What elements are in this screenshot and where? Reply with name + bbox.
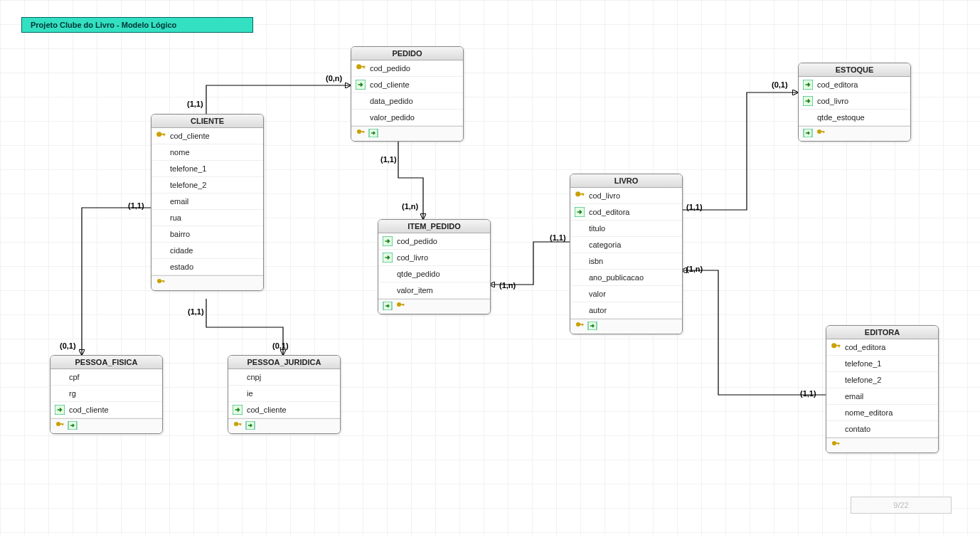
attribute-label: telefone_2 xyxy=(170,181,206,189)
foreign-key-icon xyxy=(383,253,393,263)
foreign-key-icon xyxy=(68,421,78,431)
foreign-key-icon xyxy=(587,322,597,332)
attribute-row[interactable]: ie xyxy=(228,386,340,402)
attribute-row[interactable]: rg xyxy=(50,386,162,402)
entity-pessoa_fisica[interactable]: PESSOA_FISICAcpfrgcod_cliente xyxy=(50,355,163,434)
attribute-label: categoria xyxy=(589,240,621,249)
attribute-row[interactable]: cod_livro xyxy=(378,250,490,266)
attribute-row[interactable]: cod_editora xyxy=(799,77,910,93)
attribute-label: email xyxy=(170,197,188,206)
attribute-row[interactable]: autor xyxy=(570,302,682,319)
attribute-row[interactable]: telefone_2 xyxy=(151,177,263,194)
entity-cliente[interactable]: CLIENTEcod_clientenometelefone_1telefone… xyxy=(151,114,264,291)
attribute-row[interactable]: estado xyxy=(151,259,263,275)
attribute-row[interactable]: qtde_estoque xyxy=(799,110,910,126)
foreign-key-icon xyxy=(383,236,393,246)
attribute-label: telefone_1 xyxy=(170,164,206,173)
attribute-row[interactable]: cod_cliente xyxy=(228,402,340,418)
attribute-row[interactable]: cod_cliente xyxy=(50,402,162,418)
attribute-label: cod_livro xyxy=(397,253,428,262)
attribute-row[interactable]: cpf xyxy=(50,369,162,386)
attribute-label: email xyxy=(845,392,863,401)
primary-key-icon xyxy=(831,440,841,450)
attr-icon xyxy=(831,424,841,434)
entity-pessoa_juridica[interactable]: PESSOA_JURIDICAcnpjiecod_cliente xyxy=(228,355,341,434)
attribute-label: telefone_2 xyxy=(845,376,881,384)
entity-header[interactable]: PEDIDO xyxy=(351,47,463,60)
attribute-row[interactable]: cod_livro xyxy=(570,188,682,204)
attribute-row[interactable]: cod_editora xyxy=(826,339,938,356)
attribute-row[interactable]: valor_pedido xyxy=(351,110,463,126)
attribute-row[interactable]: cod_pedido xyxy=(351,60,463,77)
attr-icon xyxy=(803,112,813,122)
attribute-row[interactable]: cod_cliente xyxy=(351,77,463,93)
attribute-label: contato xyxy=(845,425,870,433)
page-counter: 9/22 xyxy=(851,497,952,514)
attribute-row[interactable]: valor_item xyxy=(378,282,490,299)
entity-header[interactable]: PESSOA_FISICA xyxy=(50,356,162,369)
attribute-row[interactable]: ano_publicacao xyxy=(570,270,682,286)
cardinality-label: (1,n) xyxy=(685,265,704,273)
attribute-row[interactable]: cod_editora xyxy=(570,204,682,221)
entity-header[interactable]: CLIENTE xyxy=(151,115,263,128)
attr-icon xyxy=(156,196,166,206)
attribute-row[interactable]: qtde_pedido xyxy=(378,266,490,282)
foreign-key-icon xyxy=(803,80,813,90)
attribute-row[interactable]: titulo xyxy=(570,221,682,237)
attribute-row[interactable]: nome xyxy=(151,144,263,161)
entity-footer xyxy=(50,418,162,433)
entity-header[interactable]: ESTOQUE xyxy=(799,63,910,77)
attribute-row[interactable]: contato xyxy=(826,421,938,438)
attribute-label: cod_editora xyxy=(817,80,858,89)
attribute-label: ano_publicacao xyxy=(589,273,644,282)
attribute-row[interactable]: telefone_2 xyxy=(826,372,938,388)
entity-estoque[interactable]: ESTOQUEcod_editoracod_livroqtde_estoque xyxy=(798,63,911,142)
attribute-row[interactable]: telefone_1 xyxy=(826,356,938,372)
attribute-label: titulo xyxy=(589,224,605,233)
attr-icon xyxy=(575,289,585,299)
entity-header[interactable]: ITEM_PEDIDO xyxy=(378,220,490,233)
entity-livro[interactable]: LIVROcod_livrocod_editoratitulocategoria… xyxy=(570,174,683,334)
attribute-row[interactable]: nome_editora xyxy=(826,405,938,421)
entity-header[interactable]: EDITORA xyxy=(826,326,938,339)
attribute-row[interactable]: categoria xyxy=(570,237,682,253)
attribute-label: cod_editora xyxy=(589,208,630,216)
entity-item_pedido[interactable]: ITEM_PEDIDOcod_pedidocod_livroqtde_pedid… xyxy=(378,219,491,314)
attribute-row[interactable]: cod_pedido xyxy=(378,233,490,250)
cardinality-label: (0,1) xyxy=(58,341,78,350)
attribute-row[interactable]: cod_livro xyxy=(799,93,910,110)
cardinality-label: (1,1) xyxy=(685,203,704,211)
primary-key-icon xyxy=(395,302,405,312)
cardinality-label: (1,1) xyxy=(548,233,568,242)
attribute-label: valor_pedido xyxy=(370,113,415,122)
attribute-label: cod_cliente xyxy=(370,80,410,89)
entity-header[interactable]: PESSOA_JURIDICA xyxy=(228,356,340,369)
attribute-row[interactable]: telefone_1 xyxy=(151,161,263,177)
attribute-row[interactable]: bairro xyxy=(151,226,263,243)
attribute-label: ie xyxy=(247,389,253,398)
attribute-row[interactable]: email xyxy=(826,388,938,405)
attribute-row[interactable]: email xyxy=(151,194,263,210)
cardinality-label: (0,n) xyxy=(324,74,343,83)
attribute-row[interactable]: isbn xyxy=(570,253,682,270)
entity-editora[interactable]: EDITORAcod_editoratelefone_1telefone_2em… xyxy=(826,325,939,453)
attribute-row[interactable]: valor xyxy=(570,286,682,302)
entity-footer xyxy=(151,275,263,290)
attribute-row[interactable]: cnpj xyxy=(228,369,340,386)
attribute-label: nome xyxy=(170,148,190,157)
attribute-row[interactable]: cidade xyxy=(151,243,263,259)
attribute-row[interactable]: rua xyxy=(151,210,263,226)
primary-key-icon xyxy=(55,421,65,431)
entity-header[interactable]: LIVRO xyxy=(570,174,682,188)
attr-icon xyxy=(356,112,366,122)
attribute-row[interactable]: data_pedido xyxy=(351,93,463,110)
cardinality-label: (1,n) xyxy=(498,281,517,290)
attribute-row[interactable]: cod_cliente xyxy=(151,128,263,144)
entity-pedido[interactable]: PEDIDOcod_pedidocod_clientedata_pedidova… xyxy=(351,46,464,142)
attribute-label: nome_editora xyxy=(845,408,893,417)
entity-footer xyxy=(799,126,910,141)
attribute-label: bairro xyxy=(170,230,190,238)
attribute-label: qtde_estoque xyxy=(817,113,865,122)
diagram-title: Projeto Clube do Livro - Modelo Lógico xyxy=(21,17,253,33)
primary-key-icon xyxy=(156,131,166,141)
